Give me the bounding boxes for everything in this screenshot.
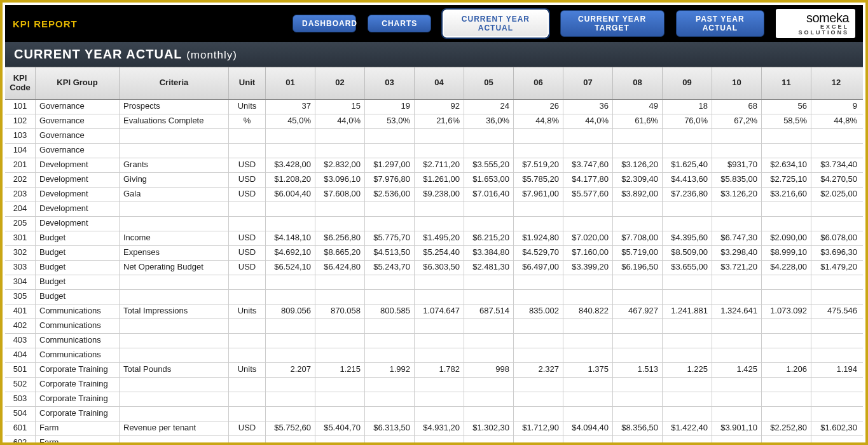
cell-kpi-code[interactable]: 101 <box>5 100 36 114</box>
cell-unit[interactable] <box>229 407 266 421</box>
cell-month-value[interactable] <box>464 378 514 392</box>
cell-kpi-code[interactable]: 305 <box>5 290 36 304</box>
cell-unit[interactable] <box>229 334 266 348</box>
cell-month-value[interactable] <box>613 129 663 143</box>
cell-month-value[interactable] <box>811 290 861 304</box>
cell-month-value[interactable]: $2.711,20 <box>415 158 464 172</box>
cell-kpi-code[interactable]: 504 <box>5 407 36 421</box>
cell-month-value[interactable]: $3.126,20 <box>712 188 762 202</box>
cell-month-value[interactable] <box>762 217 811 231</box>
cell-criteria[interactable] <box>120 334 229 348</box>
cell-month-value[interactable]: 800.585 <box>365 305 415 318</box>
cell-month-value[interactable] <box>315 129 365 143</box>
cell-month-value[interactable]: 24 <box>464 100 514 114</box>
cell-month-value[interactable]: 2.327 <box>514 363 563 377</box>
cell-month-value[interactable] <box>563 436 613 445</box>
cell-month-value[interactable]: 76,0% <box>663 114 712 128</box>
cell-month-value[interactable]: $6.313,50 <box>365 421 415 435</box>
cell-criteria[interactable]: Grants <box>120 158 229 172</box>
table-row[interactable]: 401CommunicationsTotal ImpressionsUnits8… <box>5 305 863 319</box>
cell-month-value[interactable] <box>712 407 762 421</box>
cell-month-value[interactable] <box>365 334 415 348</box>
cell-month-value[interactable]: $5.752,60 <box>266 421 315 435</box>
cell-month-value[interactable] <box>514 436 563 445</box>
cell-kpi-code[interactable]: 302 <box>5 246 36 260</box>
cell-month-value[interactable]: $1.297,00 <box>365 158 415 172</box>
cell-month-value[interactable]: 2.207 <box>266 363 315 377</box>
cell-kpi-group[interactable]: Farm <box>36 421 120 435</box>
table-row[interactable]: 402Communications <box>5 319 863 334</box>
cell-month-value[interactable]: $7.519,20 <box>514 158 563 172</box>
cell-month-value[interactable]: $3.721,20 <box>712 261 762 275</box>
cell-month-value[interactable] <box>811 392 861 406</box>
cell-month-value[interactable] <box>415 436 464 445</box>
cell-month-value[interactable] <box>415 202 464 216</box>
cell-month-value[interactable]: $5.719,00 <box>613 246 663 260</box>
cell-month-value[interactable] <box>613 348 663 362</box>
table-row[interactable]: 101GovernanceProspectsUnits3715199224263… <box>5 100 863 114</box>
cell-month-value[interactable] <box>266 436 315 445</box>
cell-month-value[interactable]: 56 <box>762 100 811 114</box>
cell-kpi-group[interactable]: Budget <box>36 275 120 289</box>
cell-unit[interactable]: USD <box>229 158 266 172</box>
cell-month-value[interactable]: $7.236,80 <box>663 188 712 202</box>
cell-criteria[interactable]: Net Operating Budget <box>120 261 229 275</box>
cell-month-value[interactable]: $4.094,40 <box>563 421 613 435</box>
cell-kpi-group[interactable]: Development <box>36 173 120 187</box>
cell-unit[interactable] <box>229 348 266 362</box>
cell-month-value[interactable] <box>464 275 514 289</box>
cell-month-value[interactable]: $4.692,10 <box>266 246 315 260</box>
cell-month-value[interactable] <box>712 290 762 304</box>
cell-month-value[interactable]: 809.056 <box>266 305 315 318</box>
cell-month-value[interactable]: $1.422,40 <box>663 421 712 435</box>
cell-month-value[interactable]: $7.976,80 <box>365 173 415 187</box>
cell-month-value[interactable] <box>663 129 712 143</box>
cell-unit[interactable] <box>229 129 266 143</box>
cell-kpi-group[interactable]: Budget <box>36 246 120 260</box>
cell-month-value[interactable] <box>415 290 464 304</box>
cell-month-value[interactable]: $931,70 <box>712 158 762 172</box>
cell-month-value[interactable]: $1.712,90 <box>514 421 563 435</box>
cell-month-value[interactable]: 1.074.647 <box>415 305 464 318</box>
cell-month-value[interactable]: 1.992 <box>365 363 415 377</box>
cell-month-value[interactable]: 1.425 <box>712 363 762 377</box>
cell-kpi-code[interactable]: 103 <box>5 129 36 143</box>
cell-month-value[interactable] <box>365 202 415 216</box>
cell-month-value[interactable] <box>415 319 464 333</box>
cell-month-value[interactable] <box>315 144 365 158</box>
cell-month-value[interactable] <box>315 436 365 445</box>
cell-month-value[interactable]: $4.931,20 <box>415 421 464 435</box>
cell-month-value[interactable] <box>563 319 613 333</box>
cell-month-value[interactable] <box>811 348 861 362</box>
cell-month-value[interactable]: $6.747,30 <box>712 231 762 245</box>
cell-month-value[interactable] <box>762 202 811 216</box>
cell-month-value[interactable] <box>613 290 663 304</box>
cell-month-value[interactable] <box>514 275 563 289</box>
cell-kpi-group[interactable]: Corporate Training <box>36 407 120 421</box>
cell-month-value[interactable] <box>315 319 365 333</box>
cell-month-value[interactable]: 18 <box>663 100 712 114</box>
cell-month-value[interactable]: $3.126,20 <box>613 158 663 172</box>
cell-month-value[interactable] <box>514 129 563 143</box>
cell-month-value[interactable] <box>762 144 811 158</box>
cell-month-value[interactable] <box>811 129 861 143</box>
cell-month-value[interactable] <box>415 334 464 348</box>
cell-month-value[interactable]: $2.634,10 <box>762 158 811 172</box>
cell-month-value[interactable]: 36,0% <box>464 114 514 128</box>
cell-month-value[interactable]: $6.215,20 <box>464 231 514 245</box>
cell-criteria[interactable] <box>120 129 229 143</box>
table-row[interactable]: 601FarmRevenue per tenantUSD$5.752,60$5.… <box>5 421 863 436</box>
cell-kpi-group[interactable]: Communications <box>36 334 120 348</box>
cell-month-value[interactable]: $1.625,40 <box>663 158 712 172</box>
cell-kpi-code[interactable]: 403 <box>5 334 36 348</box>
cell-month-value[interactable]: $8.999,10 <box>762 246 811 260</box>
table-row[interactable]: 204Development <box>5 202 863 217</box>
cell-kpi-group[interactable]: Governance <box>36 114 120 128</box>
cell-kpi-code[interactable]: 202 <box>5 173 36 187</box>
table-row[interactable]: 104Governance <box>5 144 863 158</box>
cell-month-value[interactable] <box>663 217 712 231</box>
cell-month-value[interactable]: $4.270,50 <box>811 173 861 187</box>
cell-month-value[interactable]: 1.782 <box>415 363 464 377</box>
cell-kpi-group[interactable]: Development <box>36 217 120 231</box>
cell-month-value[interactable] <box>266 319 315 333</box>
